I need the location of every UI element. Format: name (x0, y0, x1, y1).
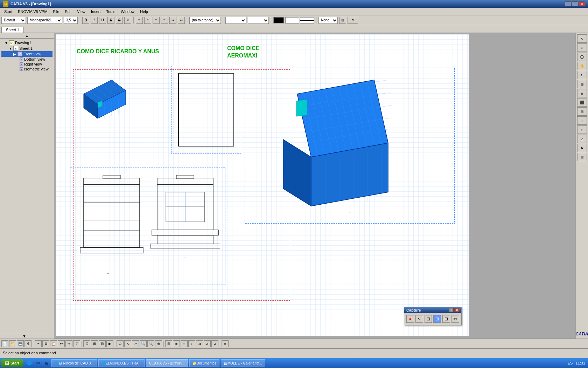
rtool-pan[interactable]: ✋ (577, 62, 587, 70)
sym-btn[interactable]: ⊡ (83, 340, 90, 347)
tree-item-isoview[interactable]: V Isometric view (1, 67, 52, 71)
capture-btn-window[interactable]: ⊡ (425, 315, 432, 323)
macro-btn[interactable]: ▶ (106, 340, 113, 347)
dim3-btn[interactable]: ⊿ (196, 340, 203, 347)
taskbar-btn-3[interactable]: 📁 Documentos (189, 359, 219, 367)
snap-btn[interactable]: ◈ (173, 340, 180, 347)
align-left-button[interactable]: ≡ (136, 17, 143, 24)
rtool-zoom-out[interactable]: ⊖ (577, 53, 587, 61)
menu-help[interactable]: Help (137, 9, 151, 14)
drawing-area[interactable]: COMO DICE RICARDO Y ANUS COMO DICEAEROMA… (54, 33, 575, 339)
rtool-wireframe[interactable]: ◈ (577, 89, 587, 97)
print-btn[interactable]: 🖨 (24, 340, 31, 347)
menu-enovia[interactable]: ENOVIA V5 VPM (15, 9, 50, 14)
none-dropdown[interactable]: None (318, 17, 338, 24)
rtool-dim-h[interactable]: ↔ (577, 116, 587, 125)
rtool-grid[interactable]: ⊞ (577, 107, 587, 116)
menu-tools[interactable]: Tools (103, 9, 118, 14)
restore-button[interactable]: □ (572, 1, 578, 6)
desktop-icon[interactable]: 🖥 (42, 359, 50, 367)
tolerance-dropdown[interactable]: (no tolerance) (189, 17, 221, 24)
mail-icon[interactable]: ✉ (34, 359, 42, 367)
tree-item-frontview[interactable]: ▶ V Front view (1, 51, 52, 57)
taskbar-btn-1[interactable]: 🌐 ELMUNDO.ES | TRA... (98, 359, 145, 367)
sheet-tab[interactable]: Sheet.1 (1, 27, 24, 33)
extra-btn1[interactable]: ⊟ (339, 17, 346, 24)
calc-btn[interactable]: ⊟ (99, 340, 106, 347)
rtool-fit[interactable]: ⊞ (577, 80, 587, 88)
extra-select1[interactable] (225, 17, 246, 24)
menu-view[interactable]: View (74, 9, 88, 14)
back-btn[interactable]: ↗ (132, 340, 139, 347)
dialog-help[interactable]: ? (449, 308, 454, 312)
font-dropdown[interactable]: Monospac821 (27, 17, 62, 24)
align-center-button[interactable]: ≡ (144, 17, 151, 24)
underline-button[interactable]: U (99, 17, 106, 24)
front-btn[interactable]: ↖ (124, 340, 131, 347)
menu-edit[interactable]: Edit (62, 9, 74, 14)
rtool-shaded[interactable]: ⬛ (577, 98, 587, 107)
dim4-btn[interactable]: ⊿ (204, 340, 211, 347)
rtool-select[interactable]: ↖ (577, 34, 587, 43)
undo-btn[interactable]: ↩ (58, 340, 65, 347)
zoomall-btn[interactable]: ⊕ (155, 340, 162, 347)
tree-scroll-down[interactable]: ▼ (0, 333, 49, 339)
rtool-dim-d[interactable]: ⊿ (577, 135, 587, 143)
extra-btn2[interactable]: ≋ (348, 17, 358, 24)
taskbar-btn-2[interactable]: C CATIA V5 - [Drawin... (146, 359, 188, 367)
new-btn[interactable]: 📄 (1, 340, 8, 347)
capture-btn-select[interactable]: ↖ (415, 315, 423, 323)
layer-btn[interactable]: ≡ (222, 340, 229, 347)
dim5-btn[interactable]: ⊿ (211, 340, 218, 347)
taskbar-btn-4[interactable]: 🖼 MOLDE - Galería fot... (221, 359, 265, 367)
capture-btn-record[interactable]: ● (406, 315, 414, 323)
menu-file[interactable]: File (50, 9, 62, 14)
strikethrough-button[interactable]: S (107, 17, 114, 24)
bold-button[interactable]: B (82, 17, 89, 24)
rtool-table[interactable]: ⊞ (577, 153, 587, 161)
zoom-btn[interactable]: 🔍 (140, 340, 147, 347)
rtool-dim-v[interactable]: ↕ (577, 125, 587, 134)
rtool-text[interactable]: A (577, 144, 587, 152)
dialog-close[interactable]: ✕ (454, 308, 459, 312)
align-right-button[interactable]: ≡ (153, 17, 160, 24)
line-weight-dropdown[interactable] (300, 17, 314, 23)
paste-btn[interactable]: 📋 (50, 340, 57, 347)
line-style-dropdown[interactable] (285, 17, 299, 23)
color-selector[interactable] (273, 17, 284, 23)
cut-btn[interactable]: ✂ (35, 340, 42, 347)
extra-select2[interactable] (248, 17, 269, 24)
dim2-btn[interactable]: ↕ (188, 340, 195, 347)
capture-btn-partial[interactable]: ⊟ (442, 315, 450, 323)
x-button[interactable]: × (124, 17, 131, 24)
outdent-button[interactable]: ⇤ (178, 17, 185, 24)
tree-item-bottomview[interactable]: V Bottom view (1, 57, 52, 62)
start-button[interactable]: ⊞ Start (1, 359, 23, 367)
dim1-btn[interactable]: ↔ (181, 340, 188, 347)
ie-icon[interactable]: 🌐 (26, 359, 33, 367)
tree-item-drawing1[interactable]: ▼ D Drawing1 (1, 40, 52, 46)
menu-window[interactable]: Window (118, 9, 137, 14)
help-btn[interactable]: ? (73, 340, 80, 347)
view3d-btn[interactable]: ⊙ (117, 340, 124, 347)
taskbar-btn-0[interactable]: 🌐 El Rincón del CAD 3... (51, 359, 97, 367)
style-dropdown[interactable]: Default (1, 17, 26, 24)
align-justify-button[interactable]: ≡ (161, 17, 168, 24)
minimize-button[interactable]: _ (565, 1, 571, 6)
tree-item-sheet1[interactable]: ▼ S Sheet.1 (1, 46, 52, 51)
capture-btn-cut[interactable]: ✂ (451, 315, 459, 323)
copy-btn[interactable]: ⧉ (42, 340, 49, 347)
measure-btn[interactable]: ⊞ (91, 340, 98, 347)
close-button[interactable]: ✕ (579, 1, 585, 6)
open-btn[interactable]: 📂 (9, 340, 16, 347)
strikethrough2-button[interactable]: S (116, 17, 123, 24)
rtool-zoom-in[interactable]: ⊕ (577, 43, 587, 52)
size-dropdown[interactable]: 3,5 (64, 17, 78, 24)
menu-insert[interactable]: Insert (88, 9, 104, 14)
zoom2-btn[interactable]: 🔍 (147, 340, 154, 347)
save-btn[interactable]: 💾 (17, 340, 24, 347)
italic-button[interactable]: I (91, 17, 98, 24)
tree-scroll-up[interactable]: ▲ (0, 33, 54, 39)
tree-item-rightview[interactable]: V Right view (1, 62, 52, 67)
indent-button[interactable]: ⇥ (169, 17, 176, 24)
